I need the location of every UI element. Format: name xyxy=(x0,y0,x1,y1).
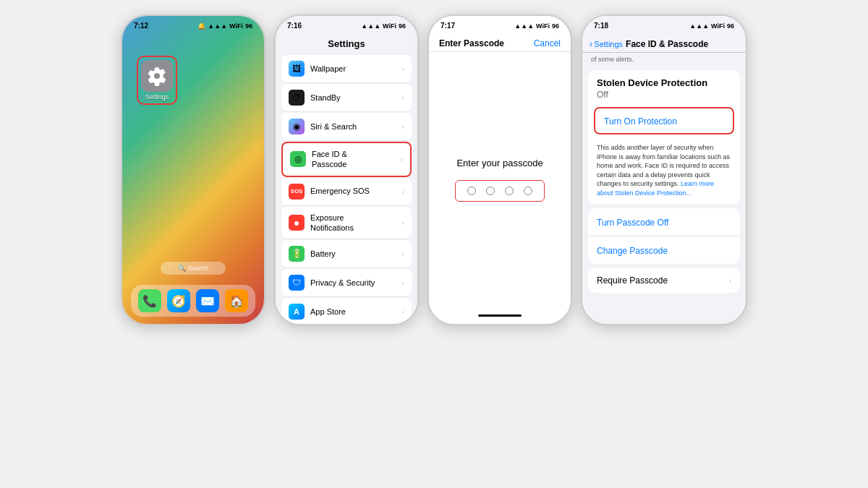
wifi-icon: WiFi xyxy=(229,22,243,30)
exposure-icon: ● xyxy=(289,215,305,231)
wifi-icon-2: WiFi xyxy=(383,22,396,30)
standby-label: StandBy xyxy=(310,93,401,103)
settings-app-icon[interactable] xyxy=(141,60,173,92)
settings-row-standby[interactable]: ⏱ StandBy › xyxy=(281,84,412,112)
dock-mail-icon[interactable]: ✉️ xyxy=(196,289,219,312)
require-passcode-row[interactable]: Require Passcode › xyxy=(588,268,740,293)
passcode-dot-2 xyxy=(486,187,495,195)
settings-row-exposure[interactable]: ● ExposureNotifications › xyxy=(281,207,412,240)
sos-icon: SOS xyxy=(289,184,305,200)
phone-screen-3: 7:17 ▲▲▲ WiFi 96 Enter Passcode Cancel E… xyxy=(427,14,572,325)
status-bar-2: 7:16 ▲▲▲ WiFi 96 xyxy=(276,16,417,33)
standby-icon: ⏱ xyxy=(289,90,305,106)
battery-icon-3: 96 xyxy=(552,22,559,30)
phone-screen-2: 7:16 ▲▲▲ WiFi 96 Settings 🖼 Wallpaper › xyxy=(274,14,419,325)
stolen-status-text: Off xyxy=(588,90,740,104)
settings-app-container[interactable]: Settings xyxy=(137,56,177,105)
search-text: 🔍 Search xyxy=(178,265,208,272)
status-icons-3: ▲▲▲ WiFi 96 xyxy=(514,22,559,30)
dock-home-icon[interactable]: 🏠 xyxy=(225,289,248,312)
settings-row-siri[interactable]: ◉ Siri & Search › xyxy=(281,113,412,141)
phone-screen-4: 7:18 ▲▲▲ WiFi 96 ‹ Settings Face ID & Pa… xyxy=(581,14,747,325)
status-time-4: 7:18 xyxy=(594,22,608,30)
turn-passcode-off-label: Turn Passcode Off xyxy=(597,218,668,228)
settings-app-label: Settings xyxy=(145,93,169,100)
status-time-2: 7:16 xyxy=(287,22,302,30)
settings-row-wallpaper[interactable]: 🖼 Wallpaper › xyxy=(281,55,412,83)
status-time-1: 7:12 xyxy=(134,22,148,30)
faceid-nav-bar: ‹ Settings Face ID & Passcode xyxy=(582,33,746,53)
change-passcode-button[interactable]: Change Passcode xyxy=(588,236,740,264)
standby-chevron-icon: › xyxy=(401,93,404,102)
gear-icon xyxy=(147,66,167,86)
wifi-icon-4: WiFi xyxy=(711,22,725,30)
sos-chevron-icon: › xyxy=(401,187,404,196)
require-passcode-label: Require Passcode xyxy=(597,275,668,286)
privacy-icon: 🛡 xyxy=(289,275,305,291)
settings-row-privacy[interactable]: 🛡 Privacy & Security › xyxy=(281,269,412,297)
passcode-cancel-button[interactable]: Cancel xyxy=(534,38,561,48)
faceid-label: Face ID &Passcode xyxy=(312,149,400,170)
battery-chevron-icon: › xyxy=(401,249,404,258)
settings-list-screen: 7:16 ▲▲▲ WiFi 96 Settings 🖼 Wallpaper › xyxy=(276,16,417,324)
sos-label: Emergency SOS xyxy=(310,186,401,196)
wallpaper-icon: 🖼 xyxy=(289,61,305,77)
settings-row-faceid[interactable]: ◎ Face ID &Passcode › xyxy=(281,142,412,177)
passcode-header: Enter Passcode Cancel xyxy=(429,33,571,52)
status-time-3: 7:17 xyxy=(441,22,455,30)
require-passcode-chevron-icon: › xyxy=(728,276,731,285)
battery-icon-4: 96 xyxy=(727,22,734,30)
faceid-nav-title: Face ID & Passcode xyxy=(626,39,708,49)
small-note-text: of some alerts. xyxy=(582,53,746,66)
home-screen: 7:12 🔔 ▲▲▲ WiFi 96 Settings 🔍 Search xyxy=(122,16,264,324)
status-icons-1: 🔔 ▲▲▲ WiFi 96 xyxy=(197,22,252,30)
privacy-chevron-icon: › xyxy=(401,278,404,287)
change-passcode-label: Change Passcode xyxy=(597,246,668,256)
turn-on-protection-button[interactable]: Turn On Protection xyxy=(594,107,734,134)
privacy-label: Privacy & Security xyxy=(310,278,401,288)
screenshots-container: 7:12 🔔 ▲▲▲ WiFi 96 Settings 🔍 Search xyxy=(0,0,868,488)
appstore-label: App Store xyxy=(310,307,401,317)
settings-nav-title: Settings xyxy=(276,33,417,52)
back-chevron-icon: ‹ xyxy=(590,38,592,49)
require-passcode-section: Require Passcode › xyxy=(588,268,740,293)
passcode-actions-section: Turn Passcode Off Change Passcode xyxy=(588,208,740,264)
battery-row-icon: 🔋 xyxy=(289,246,305,262)
siri-icon: ◉ xyxy=(289,119,305,134)
status-bar-4: 7:18 ▲▲▲ WiFi 96 xyxy=(582,16,746,33)
status-bar-3: 7:17 ▲▲▲ WiFi 96 xyxy=(429,16,571,33)
settings-row-sos[interactable]: SOS Emergency SOS › xyxy=(281,178,412,206)
settings-row-appstore[interactable]: A App Store › xyxy=(281,298,412,324)
status-icons-2: ▲▲▲ WiFi 96 xyxy=(361,22,406,30)
passcode-home-indicator xyxy=(478,314,522,317)
status-bar-1: 7:12 🔔 ▲▲▲ WiFi 96 xyxy=(122,16,264,33)
appstore-icon: A xyxy=(289,304,305,320)
passcode-dot-4 xyxy=(524,187,532,195)
turn-passcode-off-button[interactable]: Turn Passcode Off xyxy=(588,208,740,236)
notification-bell-icon: 🔔 xyxy=(197,22,205,30)
siri-chevron-icon: › xyxy=(401,122,404,131)
turn-on-label-text: Turn On Protection xyxy=(604,116,677,127)
passcode-dots-container xyxy=(455,180,545,202)
passcode-dot-1 xyxy=(467,187,476,195)
spotlight-search[interactable]: 🔍 Search xyxy=(161,262,226,275)
signal-icon: ▲▲▲ xyxy=(208,22,227,30)
dock-safari-icon[interactable]: 🧭 xyxy=(167,289,190,312)
wallpaper-label: Wallpaper xyxy=(310,64,401,74)
passcode-prompt-text: Enter your passcode xyxy=(456,158,542,168)
siri-label: Siri & Search xyxy=(310,121,401,132)
stolen-title-text: Stolen Device Protection xyxy=(597,77,731,88)
exposure-chevron-icon: › xyxy=(401,218,404,227)
wallpaper-chevron-icon: › xyxy=(401,64,404,73)
dock-phone-icon[interactable]: 📞 xyxy=(138,289,161,312)
settings-row-battery[interactable]: 🔋 Battery › xyxy=(281,240,412,268)
exposure-label: ExposureNotifications xyxy=(310,213,401,234)
stolen-device-section: Stolen Device Protection Off Turn On Pro… xyxy=(588,70,740,204)
appstore-chevron-icon: › xyxy=(401,307,404,316)
signal-icon-4: ▲▲▲ xyxy=(689,22,709,30)
stolen-desc-text: This adds another layer of security when… xyxy=(588,140,740,204)
passcode-screen: 7:17 ▲▲▲ WiFi 96 Enter Passcode Cancel E… xyxy=(429,16,571,324)
back-button[interactable]: ‹ Settings xyxy=(590,38,623,49)
phone-screen-1: 7:12 🔔 ▲▲▲ WiFi 96 Settings 🔍 Search xyxy=(121,14,265,325)
signal-icon-3: ▲▲▲ xyxy=(514,22,534,30)
